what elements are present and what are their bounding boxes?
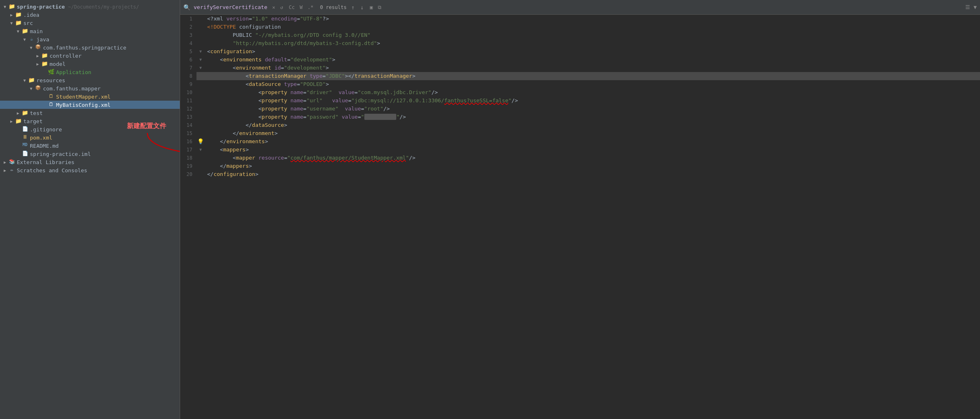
tree-item-package[interactable]: ▼ 📦 com.fanthus.springpractice	[0, 43, 180, 52]
line-num-12: 12	[180, 105, 196, 113]
tree-item-src[interactable]: ▼ 📁 src	[0, 19, 180, 27]
search-regex-label: .*	[307, 5, 313, 10]
search-refresh-icon[interactable]: ↺	[280, 5, 283, 10]
ext-libs-icon: 📚	[8, 159, 16, 165]
package-label: com.fanthus.springpractice	[43, 45, 180, 51]
line-num-10: 10	[180, 88, 196, 97]
line-num-13: 13	[180, 113, 196, 121]
main-arrow: ▼	[15, 29, 21, 34]
tree-item-student-mapper[interactable]: 🗒 StudentMapper.xml	[0, 92, 180, 101]
tree-item-external-libs[interactable]: ▶ 📚 External Libraries	[0, 158, 180, 166]
code-line-11: 11 <property name="url" value="jdbc:mysq…	[180, 97, 980, 105]
model-arrow: ▶	[34, 62, 41, 66]
gutter-2	[196, 23, 205, 31]
line-content-7: <environment id="development">	[205, 64, 980, 72]
tree-item-controller[interactable]: ▶ 📁 controller	[0, 52, 180, 60]
line-content-5: <configuration>	[205, 47, 980, 56]
test-label: test	[30, 110, 180, 116]
gutter-16: 💡	[196, 137, 205, 146]
student-mapper-icon: 🗒	[47, 93, 55, 100]
search-term: verifyServerCertificate	[194, 4, 267, 10]
code-editor[interactable]: 1 <?xml version="1.0" encoding="UTF-8"?>…	[180, 15, 980, 419]
test-arrow: ▶	[15, 111, 21, 115]
tree-item-model[interactable]: ▶ 📁 model	[0, 60, 180, 68]
line-content-12: <property name="username" value="root"/>	[205, 105, 980, 113]
test-icon: 📁	[21, 110, 29, 116]
line-content-11: <property name="url" value="jdbc:mysql:/…	[205, 97, 980, 105]
search-cc-label: Cc	[289, 5, 294, 10]
code-line-8: 8 <transactionManager type="JDBC"></tran…	[180, 72, 980, 80]
line-num-9: 9	[180, 80, 196, 88]
tree-item-test[interactable]: ▶ 📁 test	[0, 109, 180, 117]
line-num-7: 7	[180, 64, 196, 72]
tree-item-mybatis-config[interactable]: 🗒 MyBatisConfig.xml	[0, 101, 180, 109]
gutter-11	[196, 97, 205, 105]
tree-item-scratches[interactable]: ▶ ✏️ Scratches and Consoles	[0, 166, 180, 174]
line-num-4: 4	[180, 39, 196, 47]
tree-item-main[interactable]: ▼ 📁 main	[0, 27, 180, 35]
tree-item-idea[interactable]: ▶ 📁 .idea	[0, 11, 180, 19]
search-options-icon[interactable]: ☰	[965, 4, 970, 10]
line-num-18: 18	[180, 154, 196, 162]
code-line-12: 12 <property name="username" value="root…	[180, 105, 980, 113]
main-folder-icon: 📁	[21, 28, 29, 34]
search-filter-icon[interactable]: ▼	[973, 4, 977, 10]
search-bar[interactable]: 🔍 verifyServerCertificate ✕ ↺ Cc W .* 0 …	[180, 0, 980, 15]
code-line-20: 20 </configuration>	[180, 170, 980, 178]
code-line-1: 1 <?xml version="1.0" encoding="UTF-8"?>	[180, 15, 980, 23]
search-split-icon: ⧉	[378, 5, 382, 10]
code-line-14: 14 </dataSource>	[180, 121, 980, 129]
code-line-3: 3 PUBLIC "-//mybatis.org//DTD config 3.0…	[180, 31, 980, 39]
ext-libs-label: External Libraries	[17, 159, 180, 165]
tree-item-java[interactable]: ▼ ☕ java	[0, 35, 180, 43]
code-line-18: 18 <mapper resource="com/fanthus/mapper/…	[180, 154, 980, 162]
tree-root[interactable]: ▼ 📁 spring-practice ~/Documents/my-proje…	[0, 2, 180, 11]
tree-item-mapper-package[interactable]: ▼ 📦 com.fanthus.mapper	[0, 84, 180, 92]
java-arrow: ▼	[21, 37, 28, 42]
model-icon: 📁	[41, 61, 48, 67]
iml-icon: 📄	[21, 151, 29, 157]
root-label: spring-practice ~/Documents/my-projects/	[17, 4, 180, 10]
target-arrow: ▶	[8, 119, 15, 124]
model-label: model	[50, 61, 180, 67]
src-folder-icon: 📁	[15, 20, 22, 26]
line-content-14: </dataSource>	[205, 121, 980, 129]
idea-arrow: ▶	[8, 13, 15, 17]
code-line-16: 16 💡 </environments>	[180, 137, 980, 146]
java-label: java	[36, 36, 180, 43]
line-content-13: <property name="password" value="•••••••…	[205, 113, 980, 121]
scratches-arrow: ▶	[2, 168, 8, 173]
search-w-label: W	[300, 5, 303, 10]
gutter-6: ▼	[196, 56, 205, 64]
tree-item-resources[interactable]: ▼ 📁 resources	[0, 76, 180, 84]
gutter-4	[196, 39, 205, 47]
line-num-8: 8	[180, 72, 196, 80]
code-line-13: 13 <property name="password" value="••••…	[180, 113, 980, 121]
gutter-20	[196, 170, 205, 178]
line-content-6: <environments default="development">	[205, 56, 980, 64]
code-line-19: 19 </mappers>	[180, 162, 980, 170]
controller-label: controller	[50, 53, 180, 59]
root-arrow: ▼	[2, 5, 8, 9]
lightbulb-icon[interactable]: 💡	[197, 137, 204, 146]
student-mapper-label: StudentMapper.xml	[56, 94, 180, 100]
search-close-button[interactable]: ✕	[272, 5, 275, 10]
search-prev-button[interactable]: ↑	[350, 4, 356, 11]
line-content-1: <?xml version="1.0" encoding="UTF-8"?>	[205, 15, 980, 23]
file-tree[interactable]: ▼ 📁 spring-practice ~/Documents/my-proje…	[0, 0, 180, 419]
mapper-pkg-icon: 📦	[34, 85, 42, 92]
line-content-18: <mapper resource="com/fanthus/mapper/Stu…	[205, 154, 980, 162]
search-next-button[interactable]: ↓	[359, 4, 365, 11]
tree-item-application[interactable]: 🌿 Application	[0, 68, 180, 76]
ext-libs-arrow: ▶	[2, 160, 8, 164]
code-line-5: 5 ▼ <configuration>	[180, 47, 980, 56]
gutter-1	[196, 15, 205, 23]
line-content-20: </configuration>	[205, 170, 980, 178]
src-label: src	[23, 20, 180, 26]
scratches-label: Scratches and Consoles	[17, 167, 180, 173]
code-line-10: 10 <property name="driver" value="com.my…	[180, 88, 980, 97]
mapper-pkg-label: com.fanthus.mapper	[43, 86, 180, 92]
line-num-17: 17	[180, 146, 196, 154]
pom-icon: Ⅲ	[21, 134, 29, 141]
gitignore-icon: 📄	[21, 126, 29, 133]
